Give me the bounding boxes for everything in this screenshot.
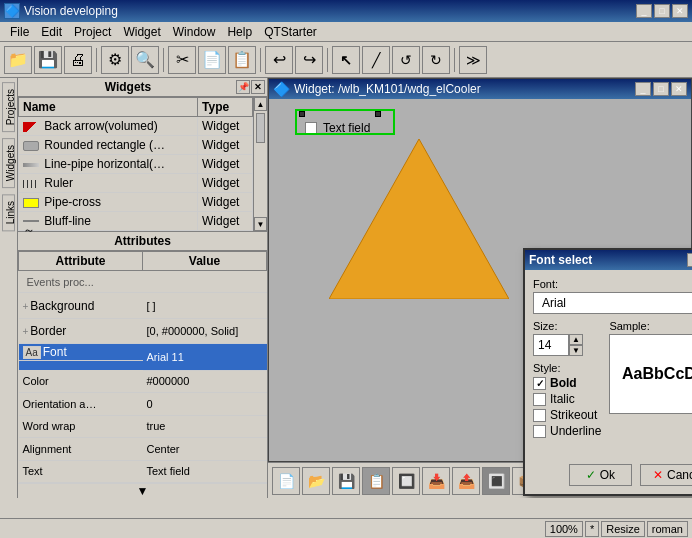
minimize-button[interactable]: _	[636, 4, 652, 18]
tb-undo[interactable]: ↩	[265, 46, 293, 74]
tb-rotate-right[interactable]: ↻	[422, 46, 450, 74]
ok-button[interactable]: ✓ Ok	[569, 464, 632, 486]
dialog-help-btn[interactable]: ?	[687, 253, 692, 267]
title-bar-left: 🔷 Vision developing	[4, 3, 118, 19]
close-button[interactable]: ✕	[672, 4, 688, 18]
side-tab-projects[interactable]: Projects	[2, 82, 15, 132]
bt-icon-4[interactable]: 🔲	[392, 467, 420, 495]
widgets-scrollbar[interactable]: ▲ ▼	[253, 97, 267, 231]
attr-color[interactable]: Color #000000	[19, 370, 267, 392]
widget-icon-1	[23, 141, 39, 151]
cancel-button[interactable]: ✕ Cancel	[640, 464, 692, 486]
attr-wordwrap[interactable]: Word wrap true	[19, 415, 267, 437]
attr-border[interactable]: +Border [0, #000000, Solid]	[19, 318, 267, 343]
strikeout-checkbox[interactable]	[533, 409, 546, 422]
widget-row-4[interactable]: Pipe-cross Widget	[19, 193, 253, 212]
sample-box: AaBbCcDdEeFf	[609, 334, 692, 414]
bt-icon-2[interactable]: 💾	[332, 467, 360, 495]
size-spin-up[interactable]: ▲	[569, 334, 583, 345]
size-spin-down[interactable]: ▼	[569, 345, 583, 356]
menu-widget[interactable]: Widget	[117, 23, 166, 41]
widget-maximize-btn[interactable]: □	[653, 82, 669, 96]
tb-cut[interactable]: ✂	[168, 46, 196, 74]
attr-background-value: [ ]	[143, 293, 267, 318]
widget-window-title: Widget: /wlb_KM101/wdg_elCooler	[294, 82, 481, 96]
bt-icon-5[interactable]: 📥	[422, 467, 450, 495]
tb-redo[interactable]: ↪	[295, 46, 323, 74]
menu-edit[interactable]: Edit	[35, 23, 68, 41]
menu-file[interactable]: File	[4, 23, 35, 41]
tb-more[interactable]: ≫	[459, 46, 487, 74]
attr-color-value: #000000	[143, 370, 267, 392]
attr-border-name: +Border	[19, 318, 143, 343]
bt-icon-1[interactable]: 📂	[302, 467, 330, 495]
tb-rotate-left[interactable]: ↺	[392, 46, 420, 74]
widget-row-3[interactable]: Ruler Widget	[19, 174, 253, 193]
tb-line[interactable]: ╱	[362, 46, 390, 74]
side-tab-links[interactable]: Links	[2, 194, 15, 231]
maximize-button[interactable]: □	[654, 4, 670, 18]
tb-paste[interactable]: 📋	[228, 46, 256, 74]
selection-border	[295, 109, 395, 135]
ok-label: Ok	[600, 468, 615, 482]
scroll-up-btn[interactable]: ▲	[254, 97, 267, 111]
widget-window-buttons: _ □ ✕	[635, 82, 687, 96]
attr-text[interactable]: Text Text field	[19, 460, 267, 483]
attr-background[interactable]: +Background [ ]	[19, 293, 267, 318]
widget-row-2[interactable]: Line-pipe horizontal(… Widget	[19, 155, 253, 174]
widget-row-5[interactable]: ～ Bluff-line Widget	[19, 212, 253, 231]
menu-help[interactable]: Help	[221, 23, 258, 41]
app-title: Vision developing	[24, 4, 118, 18]
bt-icon-0[interactable]: 📄	[272, 467, 300, 495]
bold-checkbox[interactable]: ✓	[533, 377, 546, 390]
widget-icon-0	[23, 122, 39, 132]
attr-orientation[interactable]: Orientation a… 0	[19, 393, 267, 415]
underline-checkbox[interactable]	[533, 425, 546, 438]
widget-close-btn[interactable]: ✕	[671, 82, 687, 96]
italic-checkbox[interactable]	[533, 393, 546, 406]
widget-name-4: Pipe-cross	[19, 193, 198, 212]
attr-alignment-name: Alignment	[19, 438, 143, 460]
tb-find[interactable]: 🔍	[131, 46, 159, 74]
attr-orientation-value: 0	[143, 393, 267, 415]
attr-alignment[interactable]: Alignment Center	[19, 438, 267, 460]
tb-sep3	[260, 48, 261, 72]
widget-minimize-btn[interactable]: _	[635, 82, 651, 96]
tb-new[interactable]: 📁	[4, 46, 32, 74]
widget-type-5: Widget	[198, 212, 253, 231]
bt-icon-3[interactable]: 📋	[362, 467, 390, 495]
menu-window[interactable]: Window	[167, 23, 222, 41]
editor-area: 🔷 Widget: /wlb_KM101/wdg_elCooler _ □ ✕	[268, 78, 692, 498]
tb-print[interactable]: 🖨	[64, 46, 92, 74]
attr-font-name: AaFont	[19, 344, 143, 361]
panel-pin-btn[interactable]: 📌	[236, 80, 250, 94]
attr-wordwrap-value: true	[143, 415, 267, 437]
widget-name-5: ～ Bluff-line	[19, 212, 198, 231]
font-select[interactable]: Arial	[533, 292, 692, 314]
widget-row-1[interactable]: Rounded rectangle (… Widget	[19, 136, 253, 155]
panel-controls: 📌 ✕	[236, 80, 265, 94]
side-tab-widgets[interactable]: Widgets	[2, 138, 15, 188]
scroll-thumb[interactable]	[256, 113, 265, 143]
tb-sep1	[96, 48, 97, 72]
tb-copy[interactable]: 📄	[198, 46, 226, 74]
bt-icon-6[interactable]: 📤	[452, 467, 480, 495]
tb-settings[interactable]: ⚙	[101, 46, 129, 74]
dialog-footer: ✓ Ok ✕ Cancel	[525, 458, 692, 494]
dialog-title: Font select	[529, 253, 592, 267]
widget-row-0[interactable]: Back arrow(volumed) Widget	[19, 117, 253, 136]
size-input[interactable]	[533, 334, 569, 356]
menu-qtstarter[interactable]: QTStarter	[258, 23, 323, 41]
attr-font[interactable]: AaFont Arial 11	[19, 344, 267, 370]
widget-type-1: Widget	[198, 136, 253, 155]
attrs-scroll-down[interactable]: ▼	[18, 483, 267, 498]
bt-icon-7[interactable]: 🔳	[482, 467, 510, 495]
tb-cursor[interactable]: ↖	[332, 46, 360, 74]
underline-row: Underline	[533, 424, 601, 438]
scroll-down-btn[interactable]: ▼	[254, 217, 267, 231]
attr-color-name: Color	[19, 370, 143, 392]
menu-project[interactable]: Project	[68, 23, 117, 41]
panel-close-btn[interactable]: ✕	[251, 80, 265, 94]
tb-save[interactable]: 💾	[34, 46, 62, 74]
widget-name-1: Rounded rectangle (…	[19, 136, 198, 155]
